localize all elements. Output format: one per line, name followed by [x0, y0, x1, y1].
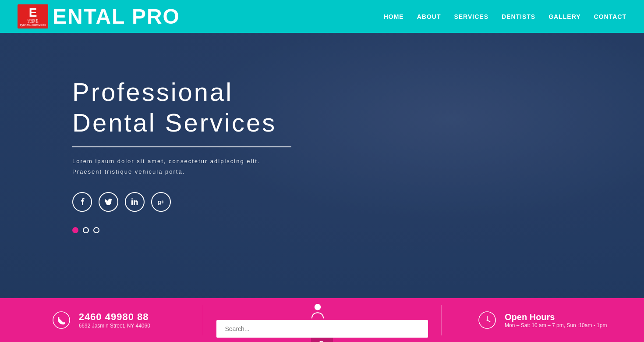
search-input[interactable]	[216, 320, 428, 338]
hours-section: Open Hours Mon – Sat: 10 am – 7 pm, Sun …	[442, 298, 644, 342]
nav-home[interactable]: HOME	[384, 13, 404, 20]
logo-cn-text: 资源君	[27, 19, 39, 24]
linkedin-icon[interactable]	[125, 192, 145, 212]
phone-number: 2460 49980 88	[79, 311, 150, 323]
logo-e-letter: E	[29, 7, 37, 19]
svg-point-3	[315, 304, 321, 310]
social-icons: g+	[72, 192, 291, 212]
hero-section: Professional Dental Services Lorem ipsum…	[0, 0, 644, 298]
facebook-icon[interactable]	[72, 192, 92, 212]
hero-title-line2: Dental Services	[72, 108, 276, 137]
hero-title: Professional Dental Services	[72, 77, 291, 138]
hero-divider	[72, 146, 291, 147]
hero-title-line1: Professional	[72, 78, 233, 106]
search-button[interactable]	[311, 338, 333, 342]
phone-info: 2460 49980 88 6692 Jasmin Street, NY 440…	[79, 311, 150, 329]
slider-dots	[72, 227, 291, 233]
bottom-bar: 2460 49980 88 6692 Jasmin Street, NY 440…	[0, 298, 644, 342]
search-section	[203, 298, 441, 342]
nav-gallery[interactable]: GALLERY	[548, 13, 580, 20]
nav-services[interactable]: SERVICES	[454, 13, 488, 20]
logo-badge: E 资源君 eyunzhu.com/vdisk	[18, 4, 48, 28]
nav-dentists[interactable]: DENTISTS	[502, 13, 535, 20]
clock-icon	[478, 311, 496, 329]
phone-address: 6692 Jasmin Street, NY 44060	[79, 323, 150, 329]
svg-rect-0	[131, 200, 133, 205]
twitter-icon[interactable]	[99, 192, 118, 212]
svg-point-2	[53, 312, 70, 328]
slider-dot-1[interactable]	[72, 227, 78, 233]
googleplus-icon[interactable]: g+	[151, 192, 171, 212]
phone-icon	[53, 311, 70, 329]
slider-dot-2[interactable]	[83, 227, 89, 233]
hero-description: Lorem ipsum dolor sit amet, consectetur …	[72, 156, 291, 177]
slider-dot-3[interactable]	[93, 227, 99, 233]
logo-area: E 资源君 eyunzhu.com/vdisk ENTAL PRO	[18, 4, 180, 28]
hours-detail: Mon – Sat: 10 am – 7 pm, Sun :10am - 1pm	[505, 322, 607, 328]
nav-contact[interactable]: CONTACT	[594, 13, 626, 20]
hours-title: Open Hours	[505, 312, 607, 322]
hero-content: Professional Dental Services Lorem ipsum…	[72, 77, 291, 233]
svg-point-1	[131, 198, 133, 200]
hero-desc-line1: Lorem ipsum dolor sit amet, consectetur …	[72, 158, 260, 164]
hours-info: Open Hours Mon – Sat: 10 am – 7 pm, Sun …	[505, 312, 607, 328]
logo-url-text: eyunzhu.com/vdisk	[20, 23, 46, 26]
svg-point-9	[487, 320, 488, 321]
phone-section: 2460 49980 88 6692 Jasmin Street, NY 440…	[0, 298, 203, 342]
header: E 资源君 eyunzhu.com/vdisk ENTAL PRO HOME A…	[0, 0, 644, 33]
site-title: ENTAL PRO	[53, 4, 180, 28]
search-wrapper	[216, 320, 428, 338]
person-icon	[309, 303, 326, 320]
hero-desc-line2: Praesent tristique vehicula porta.	[72, 168, 185, 175]
nav-menu: HOME ABOUT SERVICES DENTISTS GALLERY CON…	[384, 13, 626, 20]
nav-about[interactable]: ABOUT	[417, 13, 441, 20]
